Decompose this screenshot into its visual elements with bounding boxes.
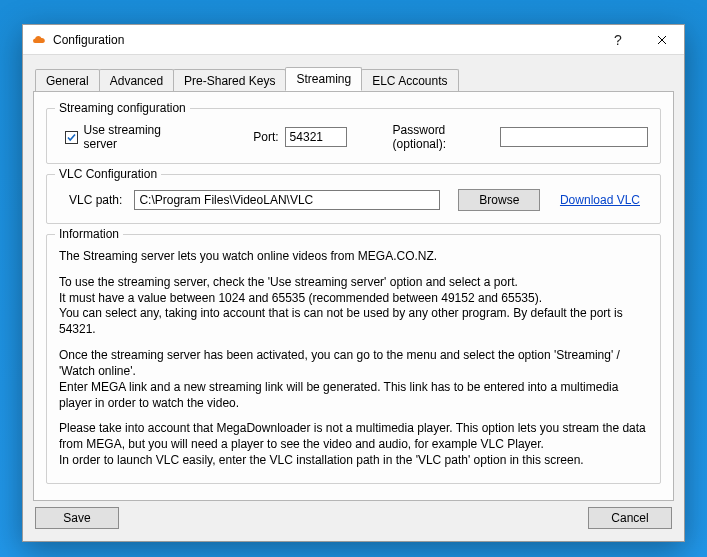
password-label: Password (optional): [393,123,494,151]
browse-button[interactable]: Browse [458,189,540,211]
group-information: Information The Streaming server lets yo… [46,234,661,484]
info-p2: To use the streaming server, check the '… [59,275,648,338]
close-icon [657,32,667,48]
tab-general[interactable]: General [35,69,100,92]
tab-elc-accounts[interactable]: ELC Accounts [361,69,458,92]
app-icon [31,32,47,48]
password-input[interactable] [500,127,648,147]
tabpage-streaming: Streaming configuration Use streaming se… [33,91,674,501]
group-info-legend: Information [55,227,123,241]
download-vlc-link[interactable]: Download VLC [560,193,640,207]
tab-advanced[interactable]: Advanced [99,69,174,92]
titlebar: Configuration ? [23,25,684,55]
group-streaming-legend: Streaming configuration [55,101,190,115]
tab-pre-shared-keys[interactable]: Pre-Shared Keys [173,69,286,92]
client-area: General Advanced Pre-Shared Keys Streami… [23,55,684,541]
group-vlc-legend: VLC Configuration [55,167,161,181]
vlc-path-input[interactable] [134,190,440,210]
config-dialog: Configuration ? General Advanced Pre-Sha… [22,24,685,542]
info-p3: Once the streaming server has been activ… [59,348,648,411]
window-title: Configuration [53,33,124,47]
save-button[interactable]: Save [35,507,119,529]
group-vlc-config: VLC Configuration VLC path: Browse Downl… [46,174,661,224]
vlc-path-label: VLC path: [69,193,122,207]
tabstrip: General Advanced Pre-Shared Keys Streami… [35,67,674,91]
tab-streaming[interactable]: Streaming [285,67,362,91]
dialog-footer: Save Cancel [33,507,674,531]
use-streaming-label: Use streaming server [84,123,190,151]
info-text: The Streaming server lets you watch onli… [59,249,648,469]
port-input[interactable] [285,127,347,147]
cancel-button[interactable]: Cancel [588,507,672,529]
close-button[interactable] [640,25,684,55]
help-button[interactable]: ? [596,25,640,55]
port-label: Port: [253,130,278,144]
group-streaming-config: Streaming configuration Use streaming se… [46,108,661,164]
use-streaming-checkbox[interactable] [65,131,78,144]
info-p4: Please take into account that MegaDownlo… [59,421,648,468]
info-p1: The Streaming server lets you watch onli… [59,249,648,265]
